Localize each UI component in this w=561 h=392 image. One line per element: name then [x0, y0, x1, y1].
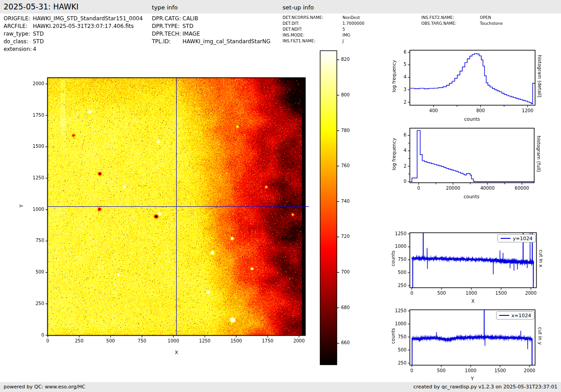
info-row: OBS.TARG.NAME:Touchstone [421, 21, 503, 27]
cut-y-ylabel: counts [390, 328, 396, 344]
info-label: do_class: [4, 38, 33, 46]
cut-x-legend-label: y=1024 [513, 236, 533, 242]
hist-full-side-label: histogram (full) [536, 136, 542, 172]
hist-full-xlabel: counts [464, 194, 479, 199]
info-label: raw_type: [4, 30, 33, 38]
footer-right-text: created by qc_rawdisp.py v1.2.3 on 2025-… [413, 384, 557, 390]
info-value: STD [33, 30, 44, 38]
info-label: DET.NCORRS.NAME: [283, 15, 342, 21]
info-label: DPR.TYPE: [152, 23, 182, 30]
info-row: ORIGFILE:HAWKI_IMG_STD_StandardStar151_0… [4, 15, 143, 23]
info-value: OPEN [480, 15, 491, 21]
info-label: INS.FILT1.NAME: [283, 38, 342, 44]
info-value: STD [182, 23, 193, 30]
main-ylabel: Y [18, 205, 24, 207]
info-row: INS.FILT1.NAME:J [283, 38, 365, 44]
page-title: 2025-05-31: HAWKI [4, 2, 78, 11]
info-value: 4 [33, 46, 36, 53]
info-value: NonDest [342, 15, 360, 21]
type-info-block: DPR.CATG:CALIBDPR.TYPE:STDDPR.TECH:IMAGE… [152, 15, 270, 46]
info-value: HAWKI_img_cal_StandardStarNG [182, 38, 270, 46]
info-row: DET.NDIT:5 [283, 27, 365, 32]
info-label: DET.DIT: [283, 21, 342, 27]
info-row: DPR.CATG:CALIB [152, 15, 270, 23]
setup-info-block-col2: INS.FILT2.NAME:OPENOBS.TARG.NAME:Touchst… [421, 15, 503, 27]
info-value: HAWKI.2025-05-31T23:07:17.406.fits [33, 23, 134, 30]
cut-x-legend: y=1024 [497, 234, 536, 242]
info-value: CALIB [182, 15, 198, 23]
info-row: extension:4 [4, 46, 143, 53]
info-row: DET.DIT:1.7000000 [283, 21, 365, 27]
info-row: DET.NCORRS.NAME:NonDest [283, 15, 365, 21]
header-bar [0, 0, 561, 14]
cut-x-ylabel: counts [390, 251, 396, 266]
info-value: IMAGE [182, 30, 200, 38]
info-label: ORIGFILE: [4, 15, 33, 23]
hist-detail-ylabel: log frequency [391, 60, 397, 92]
qc-report-page: 2025-05-31: HAWKI type info set-up info … [0, 0, 561, 392]
hist-detail-side-label: histogram (detail) [537, 55, 543, 97]
legend-line-swatch [499, 315, 509, 316]
info-value: 1.7000000 [342, 21, 365, 27]
info-value: J [342, 38, 344, 44]
main-xlabel: X [175, 350, 178, 355]
info-value: 5 [342, 27, 345, 32]
info-value: Touchstone [480, 21, 503, 27]
cut-y-xlabel: Y [471, 376, 474, 381]
cut-x-xlabel: X [471, 298, 474, 304]
cut-x-side-label: cut in x [538, 250, 544, 267]
info-label: extension: [4, 46, 33, 53]
footer-left-text: powered by QC: www.eso.org/HC [4, 384, 85, 390]
info-label: OBS.TARG.NAME: [421, 21, 480, 27]
info-row: INS.FILT2.NAME:OPEN [421, 15, 503, 21]
cut-y-side-label: cut in y [538, 327, 543, 345]
info-label: DPR.TECH: [152, 30, 182, 38]
info-row: INS.MODE:IMG [283, 32, 365, 38]
hist-detail-xlabel: counts [464, 116, 480, 122]
info-value: STD [33, 38, 44, 46]
info-label: TPL.ID: [152, 38, 182, 46]
setup-info-block-col1: DET.NCORRS.NAME:NonDestDET.DIT:1.7000000… [283, 15, 365, 44]
info-value: HAWKI_IMG_STD_StandardStar151_0004 [33, 15, 143, 23]
info-row: ARCFILE:HAWKI.2025-05-31T23:07:17.406.fi… [4, 23, 143, 30]
setup-info-heading: set-up info [283, 4, 314, 11]
info-row: TPL.ID:HAWKI_img_cal_StandardStarNG [152, 38, 270, 46]
info-row: do_class:STD [4, 38, 143, 46]
info-row: DPR.TECH:IMAGE [152, 30, 270, 38]
hist-full-ylabel: log frequency [391, 138, 397, 170]
info-row: DPR.TYPE:STD [152, 23, 270, 30]
file-info-block: ORIGFILE:HAWKI_IMG_STD_StandardStar151_0… [4, 15, 143, 53]
legend-line-swatch [501, 238, 511, 239]
info-label: DET.NDIT: [283, 27, 342, 32]
cut-y-legend: x=1024 [496, 311, 534, 319]
info-label: INS.MODE: [283, 32, 342, 38]
cut-y-legend-label: x=1024 [511, 313, 531, 319]
type-info-heading: type info [152, 4, 178, 11]
info-label: INS.FILT2.NAME: [421, 15, 480, 21]
info-label: DPR.CATG: [152, 15, 182, 23]
info-value: IMG [342, 32, 350, 38]
info-row: raw_type:STD [4, 30, 143, 38]
info-label: ARCFILE: [4, 23, 33, 30]
